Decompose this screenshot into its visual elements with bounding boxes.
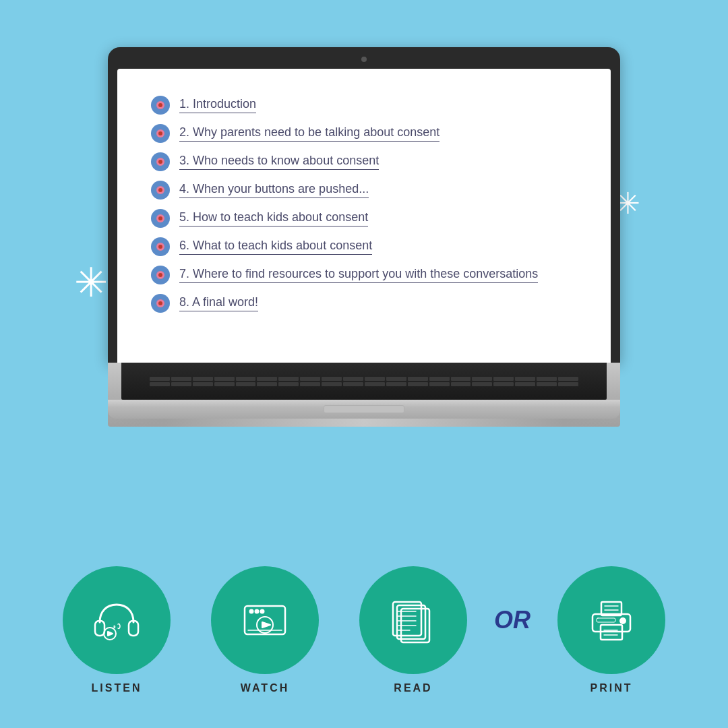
laptop-camera xyxy=(361,57,367,62)
read-circle[interactable] xyxy=(359,566,467,674)
toc-text-3: 3. Who needs to know about consent xyxy=(179,154,379,170)
toc-item-4[interactable]: 4. When your buttons are pushed... xyxy=(151,181,577,200)
listen-circle[interactable] xyxy=(63,566,171,674)
listen-label: LISTEN xyxy=(92,682,142,694)
toc-item-8[interactable]: 8. A final word! xyxy=(151,294,577,313)
laptop-screen: 1. Introduction 2. Why parents need to b… xyxy=(117,69,611,363)
svg-rect-27 xyxy=(597,618,615,622)
laptop-keyboard-section xyxy=(108,363,620,427)
toc-text-8: 8. A final word! xyxy=(179,295,258,311)
toc-icon-7 xyxy=(151,266,170,284)
toc-icon-8 xyxy=(151,294,170,313)
svg-marker-9 xyxy=(262,622,270,628)
trackpad xyxy=(324,405,404,413)
svg-point-5 xyxy=(250,610,253,613)
toc-item-7[interactable]: 7. Where to find resources to support yo… xyxy=(151,266,577,284)
toc-text-1: 1. Introduction xyxy=(179,97,256,113)
toc-icon-2 xyxy=(151,124,170,143)
toc-item-3[interactable]: 3. Who needs to know about consent xyxy=(151,152,577,171)
toc-icon-1 xyxy=(151,96,170,115)
watch-circle[interactable] xyxy=(211,566,319,674)
laptop-keyboard xyxy=(121,363,607,400)
or-text: OR xyxy=(494,606,530,634)
toc-icon-5 xyxy=(151,209,170,228)
keyboard-keys xyxy=(146,373,582,390)
asterisk-left: ✳ xyxy=(74,263,108,303)
toc-text-7: 7. Where to find resources to support yo… xyxy=(179,267,538,283)
toc-item-5[interactable]: 5. How to teach kids about consent xyxy=(151,209,577,228)
laptop-screen-outer: 1. Introduction 2. Why parents need to b… xyxy=(108,47,620,363)
toc-icon-3 xyxy=(151,152,170,171)
laptop: 1. Introduction 2. Why parents need to b… xyxy=(108,47,620,427)
laptop-foot xyxy=(115,419,613,427)
watch-label: WATCH xyxy=(241,682,289,694)
svg-marker-3 xyxy=(108,632,113,636)
laptop-base xyxy=(108,400,620,419)
toc-text-6: 6. What to teach kids about consent xyxy=(179,239,372,255)
svg-point-7 xyxy=(261,610,264,613)
bottom-section: LISTEN WATCH xyxy=(0,566,728,694)
print-circle[interactable] xyxy=(557,566,665,674)
toc-icon-4 xyxy=(151,181,170,200)
toc-icon-6 xyxy=(151,237,170,256)
svg-point-6 xyxy=(255,610,259,613)
print-label: PRINT xyxy=(590,682,633,694)
toc-item-6[interactable]: 6. What to teach kids about consent xyxy=(151,237,577,256)
listen-action[interactable]: LISTEN xyxy=(63,566,171,694)
print-action[interactable]: PRINT xyxy=(557,566,665,694)
toc-text-5: 5. How to teach kids about consent xyxy=(179,210,368,226)
toc-text-2: 2. Why parents need to be talking about … xyxy=(179,125,439,142)
watch-action[interactable]: WATCH xyxy=(211,566,319,694)
read-label: READ xyxy=(394,682,432,694)
read-action[interactable]: READ xyxy=(359,566,467,694)
svg-point-26 xyxy=(620,618,626,624)
toc-text-4: 4. When your buttons are pushed... xyxy=(179,182,369,198)
toc-item-1[interactable]: 1. Introduction xyxy=(151,96,577,115)
toc-item-2[interactable]: 2. Why parents need to be talking about … xyxy=(151,124,577,143)
